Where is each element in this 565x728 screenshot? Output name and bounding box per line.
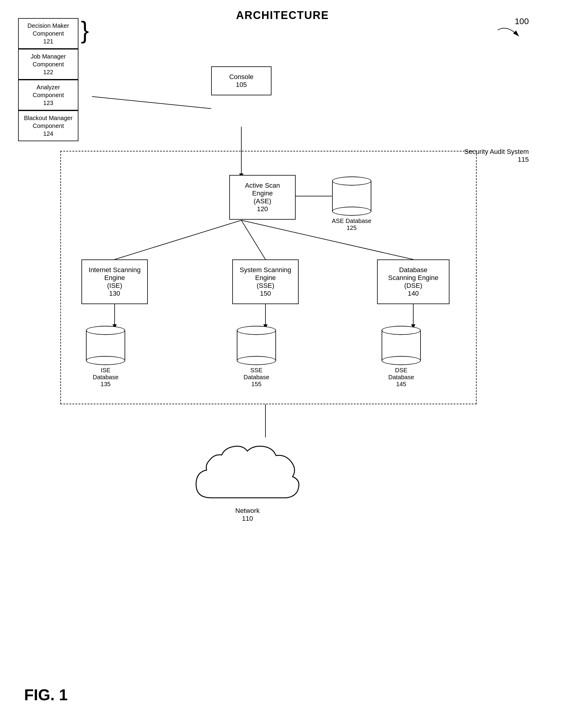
decision-maker-component: Decision MakerComponent121 xyxy=(18,18,78,49)
network-cloud xyxy=(187,437,308,516)
ase-database: ASE Database125 xyxy=(332,176,371,231)
job-manager-component: Job ManagerComponent122 xyxy=(18,49,78,80)
sse-db-bottom xyxy=(237,356,276,365)
component-group: Decision MakerComponent121 Job ManagerCo… xyxy=(18,18,78,141)
ase-db-bottom xyxy=(332,207,371,216)
ase-db-top xyxy=(332,176,371,186)
security-audit-label: Security Audit System115 xyxy=(464,148,529,164)
dse-box: DatabaseScanning Engine(DSE)140 xyxy=(377,259,449,304)
sse-box: System ScanningEngine(SSE)150 xyxy=(232,259,299,304)
dse-db-label: DSEDatabase145 xyxy=(388,367,414,388)
ise-box: Internet ScanningEngine(ISE)130 xyxy=(81,259,148,304)
ise-database: ISEDatabase135 xyxy=(86,326,125,388)
ase-db-label: ASE Database125 xyxy=(332,218,371,231)
fig-label: FIG. 1 xyxy=(24,686,68,704)
dse-db-bottom xyxy=(382,356,421,365)
ise-db-top xyxy=(86,326,125,335)
ise-db-bottom xyxy=(86,356,125,365)
ref-number: 100 xyxy=(515,17,529,26)
dse-db-top xyxy=(382,326,421,335)
ise-db-label: ISEDatabase135 xyxy=(93,367,119,388)
ase-box: Active ScanEngine(ASE)120 xyxy=(229,175,296,220)
svg-line-1 xyxy=(92,97,211,109)
blackout-manager-component: Blackout ManagerComponent124 xyxy=(18,110,78,141)
dse-database: DSEDatabase145 xyxy=(382,326,421,388)
sse-database: SSEDatabase155 xyxy=(237,326,276,388)
console-box: Console105 xyxy=(211,66,271,95)
sse-db-label: SSEDatabase155 xyxy=(243,367,269,388)
diagram-title: ARCHITECTURE xyxy=(236,9,329,22)
analyzer-component: AnalyzerComponent123 xyxy=(18,80,78,110)
network-label: Network110 xyxy=(235,507,260,523)
sse-db-top xyxy=(237,326,276,335)
component-brace: } xyxy=(81,18,89,42)
